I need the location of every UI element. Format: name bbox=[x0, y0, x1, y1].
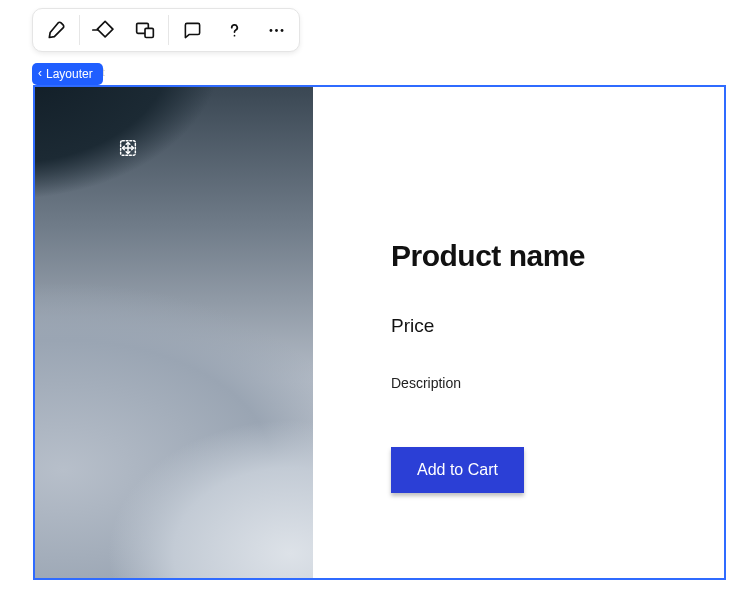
product-layout: Product name Price Description Add to Ca… bbox=[35, 87, 724, 578]
comment-icon[interactable] bbox=[173, 11, 211, 49]
svg-point-6 bbox=[275, 29, 278, 32]
floating-toolbar bbox=[32, 8, 300, 52]
add-to-cart-button[interactable]: Add to Cart bbox=[391, 447, 524, 493]
responsive-icon[interactable] bbox=[126, 11, 164, 49]
more-icon[interactable] bbox=[257, 11, 295, 49]
selection-breadcrumb[interactable]: ‹ Layouter bbox=[32, 63, 103, 85]
product-image[interactable] bbox=[35, 87, 313, 578]
product-description[interactable]: Description bbox=[391, 375, 461, 391]
product-info: Product name Price Description Add to Ca… bbox=[313, 87, 724, 578]
move-handle-icon[interactable] bbox=[115, 135, 141, 161]
toolbar-group-2 bbox=[80, 9, 168, 51]
breadcrumb-label: Layouter bbox=[46, 63, 93, 85]
help-icon[interactable] bbox=[215, 11, 253, 49]
svg-rect-3 bbox=[145, 28, 153, 37]
product-title[interactable]: Product name bbox=[391, 239, 585, 273]
selected-frame[interactable]: Product name Price Description Add to Ca… bbox=[33, 85, 726, 580]
product-price[interactable]: Price bbox=[391, 315, 434, 337]
svg-point-5 bbox=[269, 29, 272, 32]
chevron-left-icon: ‹ bbox=[38, 67, 42, 79]
svg-point-4 bbox=[233, 34, 235, 36]
brush-icon[interactable] bbox=[37, 11, 75, 49]
diamond-icon[interactable] bbox=[84, 11, 122, 49]
svg-rect-1 bbox=[97, 21, 113, 37]
toolbar-group-3 bbox=[169, 9, 299, 51]
toolbar-group-1 bbox=[33, 9, 79, 51]
svg-point-7 bbox=[280, 29, 283, 32]
